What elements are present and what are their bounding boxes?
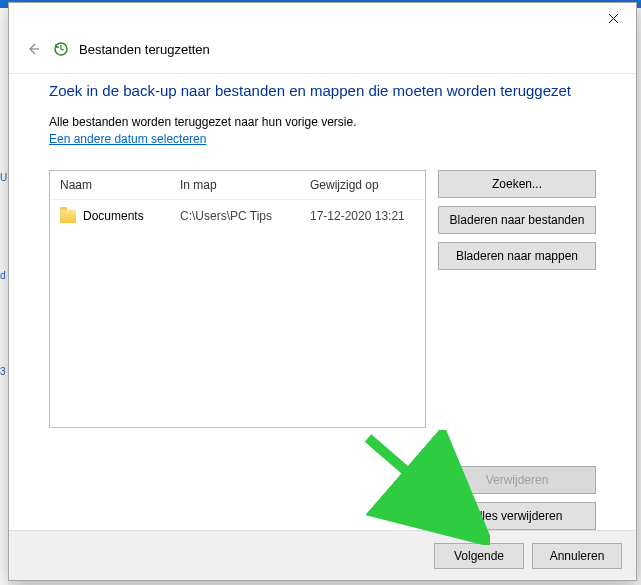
- header-row: Bestanden terugzetten: [9, 35, 636, 73]
- browse-files-button[interactable]: Bladeren naar bestanden: [438, 206, 596, 234]
- file-list[interactable]: Naam In map Gewijzigd op Documents C:\Us…: [49, 170, 426, 428]
- column-header-path[interactable]: In map: [180, 178, 310, 192]
- restore-icon: [53, 41, 69, 57]
- main-area: Naam In map Gewijzigd op Documents C:\Us…: [49, 170, 596, 530]
- list-item[interactable]: Documents C:\Users\PC Tips 17-12-2020 13…: [50, 200, 425, 232]
- remove-all-button[interactable]: Alles verwijderen: [438, 502, 596, 530]
- row-path: C:\Users\PC Tips: [180, 209, 310, 223]
- titlebar: [9, 3, 636, 35]
- content-area: Zoek in de back-up naar bestanden en map…: [9, 73, 636, 530]
- select-date-link[interactable]: Een andere datum selecteren: [49, 132, 596, 146]
- search-button[interactable]: Zoeken...: [438, 170, 596, 198]
- column-header-date[interactable]: Gewijzigd op: [310, 178, 415, 192]
- background-window-sliver: U d 3: [0, 0, 8, 585]
- close-icon: [608, 13, 619, 24]
- close-button[interactable]: [591, 3, 636, 33]
- page-subtext: Alle bestanden worden teruggezet naar hu…: [49, 115, 596, 129]
- folder-icon: [60, 210, 76, 223]
- back-arrow-icon: [26, 42, 40, 56]
- cancel-button[interactable]: Annuleren: [532, 543, 622, 569]
- window-title: Bestanden terugzetten: [79, 42, 210, 57]
- back-button[interactable]: [23, 39, 43, 59]
- row-date: 17-12-2020 13:21: [310, 209, 415, 223]
- page-heading: Zoek in de back-up naar bestanden en map…: [49, 82, 596, 99]
- button-spacer: [438, 278, 596, 458]
- next-button[interactable]: Volgende: [434, 543, 524, 569]
- restore-files-dialog: Bestanden terugzetten Zoek in de back-up…: [8, 2, 637, 581]
- column-header-name[interactable]: Naam: [60, 178, 180, 192]
- browse-folders-button[interactable]: Bladeren naar mappen: [438, 242, 596, 270]
- row-name: Documents: [60, 209, 180, 223]
- list-header: Naam In map Gewijzigd op: [50, 171, 425, 200]
- row-name-text: Documents: [83, 209, 144, 223]
- dialog-footer: Volgende Annuleren: [9, 530, 636, 580]
- remove-button: Verwijderen: [438, 466, 596, 494]
- side-button-panel: Zoeken... Bladeren naar bestanden Blader…: [438, 170, 596, 530]
